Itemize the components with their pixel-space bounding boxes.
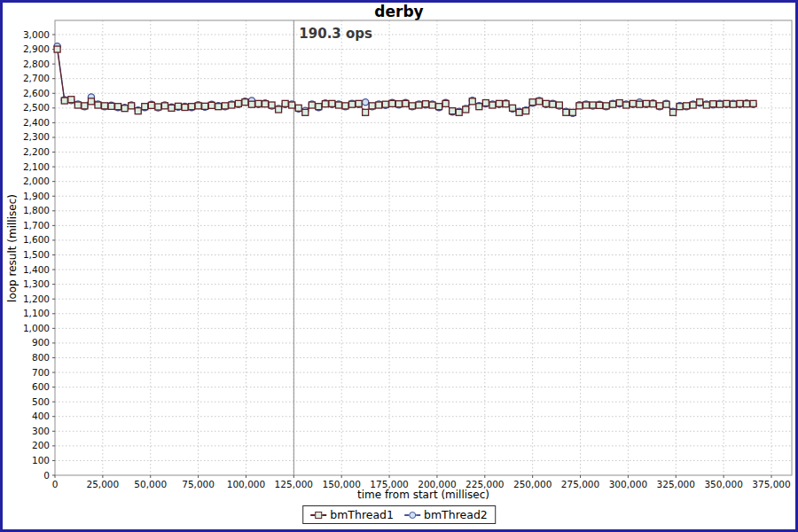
svg-text:900: 900: [32, 337, 50, 348]
legend-item-bmthread1: bmThread1: [310, 508, 394, 521]
legend-line-icon: [416, 514, 420, 516]
chart-window: derby 025,00050,00075,000100,000125,0001…: [0, 0, 798, 532]
legend-item-bmthread2: bmThread2: [404, 508, 488, 521]
svg-text:200: 200: [32, 440, 50, 450]
svg-text:800: 800: [32, 352, 50, 363]
svg-text:1,200: 1,200: [23, 293, 50, 304]
svg-text:1,800: 1,800: [23, 205, 50, 215]
svg-text:600: 600: [32, 381, 50, 392]
legend-label: bmThread1: [330, 508, 394, 521]
svg-text:700: 700: [32, 367, 50, 378]
svg-text:100: 100: [32, 455, 50, 466]
svg-text:1,600: 1,600: [23, 234, 50, 245]
x-axis-title: time from start (millisec): [55, 489, 792, 501]
legend-circle-marker-icon: [409, 512, 416, 519]
svg-text:1,400: 1,400: [23, 264, 50, 275]
svg-text:1,300: 1,300: [23, 278, 50, 289]
svg-text:2,400: 2,400: [23, 117, 50, 128]
y-axis-title: loop result (millisec): [6, 194, 19, 302]
svg-text:3,000: 3,000: [23, 29, 50, 40]
svg-text:2,000: 2,000: [23, 176, 50, 186]
svg-text:190.3 ops: 190.3 ops: [299, 26, 372, 42]
plot-area[interactable]: 025,00050,00075,000100,000125,000150,000…: [3, 3, 795, 529]
svg-text:2,800: 2,800: [23, 59, 50, 69]
svg-text:2,700: 2,700: [23, 73, 50, 83]
svg-text:2,900: 2,900: [23, 43, 50, 54]
svg-text:1,900: 1,900: [23, 191, 50, 201]
svg-text:1,500: 1,500: [23, 249, 50, 260]
svg-text:1,100: 1,100: [23, 308, 50, 318]
svg-text:400: 400: [32, 411, 50, 421]
legend: bmThread1 bmThread2: [302, 505, 496, 524]
svg-text:2,300: 2,300: [23, 131, 50, 142]
svg-text:2,600: 2,600: [23, 88, 50, 98]
svg-text:500: 500: [32, 396, 50, 407]
svg-text:1,700: 1,700: [23, 220, 50, 231]
svg-text:2,200: 2,200: [23, 146, 50, 157]
legend-square-marker-icon: [315, 512, 322, 519]
svg-text:0: 0: [43, 470, 50, 481]
svg-text:2,100: 2,100: [23, 161, 50, 172]
legend-label: bmThread2: [424, 508, 488, 521]
legend-line-icon: [322, 514, 326, 516]
svg-text:300: 300: [32, 426, 50, 436]
svg-text:1,000: 1,000: [23, 323, 50, 333]
svg-text:2,500: 2,500: [23, 102, 50, 113]
